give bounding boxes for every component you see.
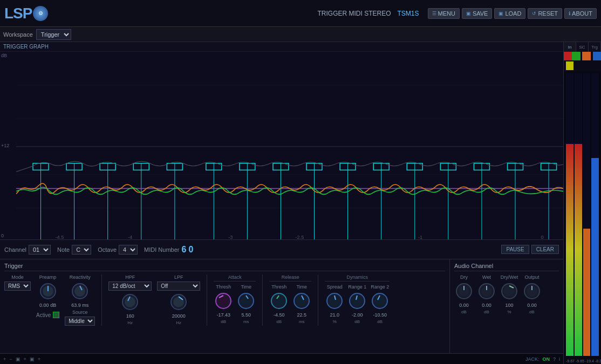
channel-select[interactable]: 01 02 [29,245,51,255]
release-thresh-knob[interactable] [269,291,289,311]
range2-knob[interactable] [370,291,390,311]
svg-point-55 [173,297,184,307]
reactivity-col: Reactivity 63.9 ms Source MiddleLeft [65,274,95,326]
attack-time-unit: ms [243,319,249,324]
wet-knob[interactable] [477,281,496,301]
meter-val-1: -9.67 [566,359,575,363]
meter-fill-2 [575,144,582,356]
release-time-knob[interactable] [292,291,311,311]
hpf-select[interactable]: 12 dB/octOff [108,281,152,291]
active-checkbox[interactable] [53,312,59,318]
about-button[interactable]: ℹ ABOUT [564,8,597,19]
save-icon: ▣ [466,11,471,16]
menu-button[interactable]: ☰ MENU [428,8,460,19]
range1-knob[interactable] [347,291,367,311]
spread-knob[interactable] [325,291,344,311]
drywet-unit: % [507,310,511,314]
midi-label: MIDI Number [144,246,179,253]
note-select[interactable]: CDE [72,245,91,255]
meter-bar-1 [566,73,573,356]
midi-field: MIDI Number 6 0 [144,245,193,255]
audio-channel-panel: Audio Channel Dry 0.00 dB [450,259,563,353]
divider1 [101,274,102,326]
range1-unit: dB [354,319,360,324]
preamp-knob[interactable] [38,281,58,301]
lpf-knob[interactable] [169,292,188,312]
reset-icon: ↺ [532,11,536,16]
clear-button[interactable]: CLEAR [531,245,559,254]
status-icon2[interactable]: + [24,356,26,362]
meter-bar-2 [575,73,582,356]
pause-button[interactable]: PAUSE [501,245,529,254]
sidebar-tab-trg[interactable]: Trg [589,42,601,52]
drywet-knob[interactable] [500,281,519,301]
dry-knob[interactable] [454,281,474,301]
spread-col: Spread 21.0 % [325,284,344,324]
lpf-unit: Hz [176,320,181,325]
hpf-knob[interactable] [120,292,140,312]
meter-area [564,71,601,358]
output-col: Output 0.00 dB [522,274,542,314]
workspace-select[interactable]: Trigger [36,29,71,40]
bottom-panels: Trigger Mode RMSPeak Preamp [0,259,563,353]
save-button[interactable]: ▣ SAVE [462,8,493,19]
minus-icon[interactable]: − [9,356,12,362]
status-icon4[interactable]: + [38,356,40,362]
hpf-label: HPF [125,274,135,280]
graph-header: TRIGGER GRAPH [0,42,563,52]
meter-values: -9.67 -9.65 -19.4 -8.30 [564,358,601,364]
sidebar-tab-sc[interactable]: SC [576,42,589,52]
range1-value: -2.00 [352,312,363,318]
menu-icon: ☰ [432,11,436,16]
source-label: Source [72,310,88,315]
release-thresh-col: Thresh -4.50 dB [269,284,289,324]
reactivity-label: Reactivity [70,274,91,280]
wet-label: Wet [482,274,491,280]
attack-time-knob[interactable] [236,291,256,311]
release-thresh-label: Thresh [271,284,286,290]
attack-thresh-label: Thresh [216,284,231,290]
attack-time-value: 5.50 [241,312,251,318]
range2-col: Range 2 -10.50 dB [370,284,390,324]
indicator-orange [582,52,590,60]
reactivity-value: 63.9 ms [71,303,88,308]
mode-select[interactable]: RMSPeak [4,281,31,291]
svg-point-61 [241,296,251,306]
reactivity-knob[interactable] [70,281,90,301]
attack-thresh-knob[interactable] [214,291,233,311]
add-icon[interactable]: + [3,356,6,362]
svg-point-67 [296,296,307,306]
sidebar-tab-in[interactable]: In [564,42,576,52]
lpf-select[interactable]: Off12 dB/oct [157,281,200,291]
svg-point-64 [274,296,284,306]
drywet-col: Dry/Wet 100 % [500,274,519,314]
meter-bar-container-4 [591,73,599,356]
plugin-title: TRIGGER MIDI STEREO [317,10,391,17]
status-icon3[interactable]: ▣ [30,356,35,362]
octave-field: Octave 435 [98,245,138,255]
output-value: 0.00 [527,303,537,308]
preamp-label: Preamp [39,274,57,280]
spread-unit: % [333,319,337,324]
svg-text:0: 0 [541,235,544,239]
help-icon[interactable]: ? [553,356,556,362]
reactivity-unit: ms [82,303,88,308]
svg-point-76 [374,296,385,306]
status-icon1[interactable]: ▣ [16,356,21,362]
meter-bar-container-1 [566,73,573,356]
trigger-panel: Trigger Mode RMSPeak Preamp [0,259,450,353]
output-knob[interactable] [522,281,542,301]
drywet-value: 100 [505,303,513,308]
source-select[interactable]: MiddleLeftRight [65,317,95,326]
octave-select[interactable]: 435 [119,245,138,255]
reset-button[interactable]: ↺ RESET [528,8,562,19]
logo-text: LSP [4,5,32,22]
range2-unit: dB [377,319,383,324]
wet-col: Wet 0.00 dB [477,274,496,314]
range2-value: -10.50 [373,312,387,318]
indicator-green [572,52,580,60]
load-button[interactable]: ▣ LOAD [494,8,525,19]
plugin-id: TSM1S [398,10,419,17]
attack-title: Attack [214,274,256,281]
info-icon[interactable]: i [559,356,560,362]
